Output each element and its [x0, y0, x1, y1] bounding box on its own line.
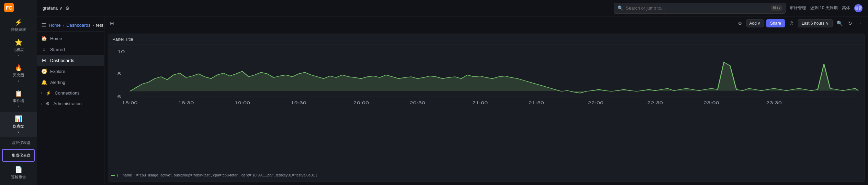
svg-text:23:00: 23:00	[703, 101, 719, 104]
connections-icon: ⚡	[46, 90, 51, 96]
dashboard-icon: 📊	[15, 115, 22, 123]
refresh-icon[interactable]: ↻	[847, 19, 854, 27]
sidebar-item-events[interactable]: 📋 事件墙 ›	[0, 86, 37, 112]
nav-admin-label: Administration	[53, 101, 81, 106]
header-left: grafana ∨ ⚙	[43, 5, 610, 11]
dashboard-toolbar: ⊞ ⚙ Add ∨ Share ⏱ Last 6 hours ∨ 🔍 ↻ ⋮	[104, 16, 868, 30]
nav-explore[interactable]: 🧭 Explore	[37, 66, 104, 77]
time-range-label: Last 6 hours	[802, 21, 824, 26]
firemap-icon: 🔥	[15, 64, 22, 72]
nav-alerting[interactable]: 🔔 Alerting	[37, 77, 104, 88]
svg-text:20:00: 20:00	[353, 101, 369, 104]
svg-text:21:30: 21:30	[528, 101, 544, 104]
sidebar-item-polaris[interactable]: ⭐ 北极星 ›	[0, 35, 37, 61]
zoom-out-icon[interactable]: 🔍	[835, 19, 844, 27]
nav-panel: ☰ Home › Dashboards › test ☆ 🏠 Home ☆ St…	[37, 16, 104, 185]
sidebar-item-label: 仪表盘	[13, 124, 24, 128]
nav-home[interactable]: 🏠 Home	[37, 33, 104, 44]
quickjump-icon: ⚡	[15, 18, 22, 26]
dashboards-icon: ⊞	[41, 58, 47, 63]
breadcrumb-sep: ›	[63, 23, 64, 28]
chart-legend: {__name__="cpu_usage_active", busigroup=…	[111, 172, 861, 178]
svg-text:8: 8	[117, 71, 121, 76]
view-icon[interactable]: ⊞	[109, 19, 115, 27]
svg-text:22:00: 22:00	[588, 101, 604, 104]
panel-container: Panel Title 10 8 6	[108, 34, 865, 182]
sidebar-item-integrated-dashboard[interactable]: 集成仪表盘	[2, 149, 35, 162]
sidebar-item-label: 集成仪表盘	[12, 153, 31, 158]
sidebar-item-patrol[interactable]: 📄 巡检报告	[0, 162, 37, 183]
svg-text:FC: FC	[6, 5, 12, 11]
main-area: grafana ∨ ⚙ 🔍 ⌘+k 审计管理 还剩 10 天到期 高体 超管 ☰	[37, 0, 868, 185]
explore-icon: 🧭	[41, 69, 47, 74]
breadcrumb-links: Home › Dashboards › test ☆	[49, 23, 110, 28]
nav-administration[interactable]: › ⚙ Administration	[37, 98, 104, 109]
add-chevron-icon: ∨	[757, 21, 760, 26]
alerting-icon: 🔔	[41, 79, 47, 85]
sidebar-item-label: 事件墙	[13, 99, 24, 103]
search-shortcut: ⌘+k	[771, 5, 782, 11]
time-icon: ⏱	[788, 19, 795, 27]
svg-text:22:30: 22:30	[647, 101, 663, 104]
sidebar-item-metrics[interactable]: 📈 时序指标 ›	[0, 183, 37, 185]
nav-connections[interactable]: › ⚡ Connections	[37, 88, 104, 98]
sidebar-item-dashboard[interactable]: 📊 仪表盘 ∨	[0, 112, 37, 137]
dashboard-area: ⊞ ⚙ Add ∨ Share ⏱ Last 6 hours ∨ 🔍 ↻ ⋮	[104, 16, 868, 185]
sidebar-item-label: 快捷跳转	[11, 27, 26, 32]
svg-text:18:30: 18:30	[178, 101, 194, 104]
more-icon[interactable]: ⋮	[856, 19, 864, 27]
sidebar-item-monitor-dashboard[interactable]: 监控仪表盘	[0, 137, 37, 148]
sidebar-item-label: 灭火图	[13, 73, 24, 77]
audit-link[interactable]: 审计管理	[790, 5, 806, 11]
nav-home-label: Home	[50, 36, 62, 41]
patrol-icon: 📄	[15, 166, 22, 173]
svg-text:10: 10	[117, 49, 125, 54]
menu-icon[interactable]: ☰	[41, 22, 46, 28]
top-header: grafana ∨ ⚙ 🔍 ⌘+k 审计管理 还剩 10 天到期 高体 超管	[37, 0, 868, 16]
sidebar-item-firemap[interactable]: 🔥 灭火图 ›	[0, 61, 37, 86]
search-icon: 🔍	[618, 5, 623, 11]
sidebar-item-quickjump[interactable]: ⚡ 快捷跳转	[0, 15, 37, 35]
svg-text:19:00: 19:00	[235, 101, 250, 104]
breadcrumb-dashboards[interactable]: Dashboards	[66, 23, 90, 28]
time-range-picker[interactable]: Last 6 hours ∨	[798, 19, 833, 27]
polaris-icon: ⭐	[15, 39, 22, 46]
panel-body: 10 8 6 18:00 18:30 19:00	[108, 45, 864, 181]
nav-explore-label: Explore	[50, 69, 65, 74]
avatar-label: 超管	[855, 5, 862, 11]
flashcat-logo-icon: FC	[4, 3, 14, 12]
nav-dashboards[interactable]: ⊞ Dashboards	[37, 55, 104, 66]
sidebar: FC ⚡ 快捷跳转 ⭐ 北极星 › 🔥 灭火图 › 📋 事件墙 › 📊 仪表盘 …	[0, 0, 37, 185]
grafana-selector[interactable]: grafana ∨	[43, 5, 63, 11]
events-icon: 📋	[15, 90, 22, 97]
panel-title: Panel Title	[108, 34, 864, 45]
svg-text:6: 6	[117, 94, 121, 99]
theme-link[interactable]: 高体	[842, 5, 850, 11]
svg-text:21:00: 21:00	[472, 101, 488, 104]
svg-text:19:30: 19:30	[291, 101, 306, 104]
add-label: Add	[749, 21, 757, 26]
avatar[interactable]: 超管	[854, 4, 863, 12]
time-series-chart: 10 8 6 18:00 18:30 19:00	[111, 48, 861, 106]
nav-starred-label: Starred	[50, 47, 65, 52]
search-bar[interactable]: 🔍 ⌘+k	[614, 3, 786, 14]
svg-text:23:30: 23:30	[766, 101, 782, 104]
nav-dashboards-label: Dashboards	[50, 58, 74, 63]
search-input[interactable]	[626, 5, 768, 11]
time-chevron-icon: ∨	[826, 21, 829, 26]
nav-starred[interactable]: ☆ Starred	[37, 44, 104, 55]
nav-connections-label: Connections	[55, 90, 79, 96]
settings-icon[interactable]: ⚙	[65, 5, 70, 11]
dashboard-settings-icon[interactable]: ⚙	[736, 19, 744, 27]
nav-alerting-label: Alerting	[50, 80, 65, 85]
breadcrumb: ☰ Home › Dashboards › test ☆	[37, 19, 104, 32]
share-button[interactable]: Share	[766, 19, 785, 27]
share-label: Share	[770, 21, 781, 26]
sidebar-item-label: 监控仪表盘	[12, 140, 31, 145]
svg-text:20:30: 20:30	[409, 101, 425, 104]
add-button[interactable]: Add ∨	[746, 19, 764, 27]
chevron-down-icon: ∨	[59, 5, 63, 11]
breadcrumb-home[interactable]: Home	[49, 23, 61, 28]
chevron-right-icon2: ›	[41, 102, 42, 106]
trial-link[interactable]: 还剩 10 天到期	[810, 5, 838, 11]
